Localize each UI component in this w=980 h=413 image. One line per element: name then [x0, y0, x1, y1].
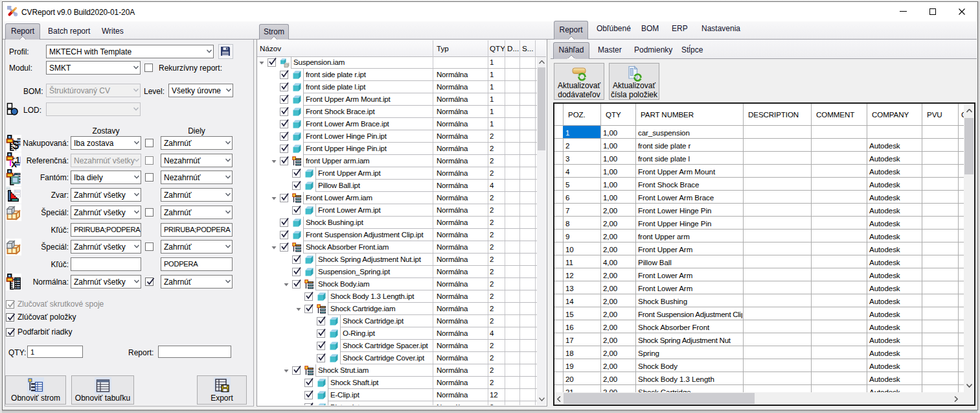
- svg-text:$: $: [12, 139, 19, 152]
- svg-text:1: 1: [16, 155, 21, 165]
